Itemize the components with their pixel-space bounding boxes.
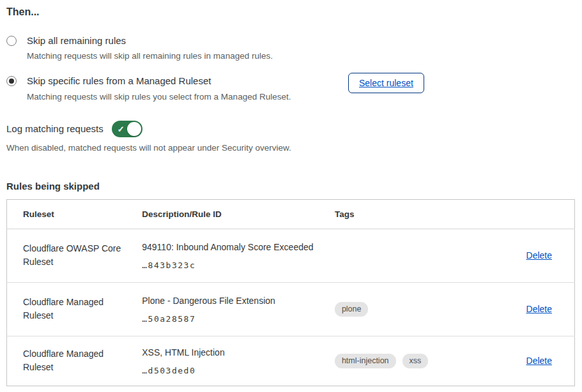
then-heading: Then...: [6, 6, 576, 18]
table-row: Cloudflare Managed Ruleset Plone - Dange…: [7, 282, 575, 336]
option-label[interactable]: Skip specific rules from a Managed Rules…: [27, 75, 332, 87]
tag-pill: html-injection: [335, 354, 396, 368]
option-description: Matching requests will skip rules you se…: [27, 91, 332, 103]
option-skip-all-remaining-rules: Skip all remaining rules Matching reques…: [6, 34, 576, 62]
radio-skip-all-remaining[interactable]: [6, 36, 17, 46]
ruleset-name: Cloudflare Managed Ruleset: [23, 347, 130, 374]
option-skip-specific-rules: Skip specific rules from a Managed Rules…: [6, 75, 576, 102]
check-icon: ✓: [118, 124, 125, 133]
column-header-action: [504, 199, 575, 229]
delete-link[interactable]: Delete: [526, 304, 552, 314]
rule-id: …843b323c: [142, 260, 335, 270]
ruleset-name: Cloudflare OWASP Core Ruleset: [23, 242, 130, 269]
waf-skip-rule-panel: Then... Skip all remaining rules Matchin…: [0, 0, 582, 386]
delete-link[interactable]: Delete: [526, 250, 552, 260]
table-row: Cloudflare OWASP Core Ruleset 949110: In…: [7, 229, 575, 282]
rule-description: XSS, HTML Injection: [142, 347, 335, 358]
column-header-ruleset: Ruleset: [7, 199, 142, 229]
log-matching-requests-label: Log matching requests: [6, 123, 103, 134]
rule-description: Plone - Dangerous File Extension: [142, 295, 335, 306]
rules-table-body: Cloudflare OWASP Core Ruleset 949110: In…: [7, 229, 575, 386]
column-header-tags: Tags: [335, 199, 504, 229]
log-toggle-description: When disabled, matched requests will not…: [6, 143, 576, 153]
option-label[interactable]: Skip all remaining rules: [27, 34, 332, 47]
rule-description: 949110: Inbound Anomaly Score Exceeded: [142, 241, 335, 253]
tags-cell: plone: [335, 282, 504, 336]
delete-link[interactable]: Delete: [526, 356, 552, 366]
table-header-row: Ruleset Description/Rule ID Tags: [7, 199, 575, 229]
tags-cell: [335, 229, 504, 282]
ruleset-name: Cloudflare Managed Ruleset: [23, 296, 130, 322]
tag-pill: xss: [402, 354, 429, 368]
select-ruleset-button[interactable]: Select ruleset: [348, 73, 424, 93]
tags-cell: html-injectionxss: [335, 336, 504, 386]
option-description: Matching requests will skip all remainin…: [27, 50, 332, 62]
table-row: Cloudflare Managed Ruleset XSS, HTML Inj…: [7, 336, 575, 386]
radio-skip-specific[interactable]: [6, 76, 17, 86]
rules-being-skipped-table: Ruleset Description/Rule ID Tags Cloudfl…: [6, 199, 575, 386]
toggle-knob: [127, 122, 141, 136]
rule-id: …50a28587: [142, 314, 335, 324]
tag-pill: plone: [335, 302, 369, 317]
rule-id: …d503ded0: [142, 366, 335, 375]
rules-being-skipped-heading: Rules being skipped: [6, 181, 576, 192]
log-matching-requests-toggle[interactable]: ✓: [112, 121, 142, 137]
log-matching-requests-row: Log matching requests ✓: [6, 121, 576, 137]
column-header-description: Description/Rule ID: [142, 199, 335, 229]
